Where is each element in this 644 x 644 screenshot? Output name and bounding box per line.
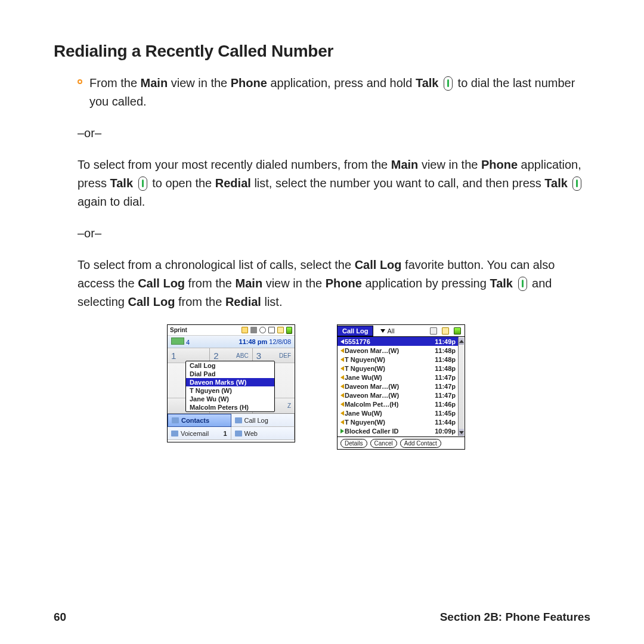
favorite-button[interactable]: Web xyxy=(231,427,295,440)
redial-item[interactable]: Dial Pad xyxy=(186,370,274,378)
call-direction-icon xyxy=(340,402,344,407)
bold: Call Log xyxy=(138,277,185,290)
call-log-row[interactable]: T Nguyen(W)11:44p xyxy=(338,417,459,426)
filter-label: All xyxy=(387,327,394,335)
text: application, press and hold xyxy=(267,76,416,89)
page-footer: 60 Section 2B: Phone Features xyxy=(54,611,590,624)
cancel-button[interactable]: Cancel xyxy=(370,439,397,448)
bold: Main xyxy=(141,76,168,89)
text: view in the xyxy=(168,76,231,89)
text: to open the xyxy=(152,177,215,190)
call-direction-icon xyxy=(340,393,344,398)
redial-item[interactable]: Jane Wu (W) xyxy=(186,395,274,403)
bold: Phone xyxy=(326,277,362,290)
call-log-row[interactable]: T Nguyen(W)11:48p xyxy=(338,364,459,373)
or-separator: –or– xyxy=(78,224,590,243)
filter-dropdown[interactable]: All xyxy=(380,327,394,335)
call-direction-icon xyxy=(340,429,344,434)
text: To select from your most recently dialed… xyxy=(78,158,391,171)
bold: Redial xyxy=(225,295,261,308)
call-direction-icon xyxy=(340,384,344,389)
page-number: 60 xyxy=(54,611,66,624)
paragraph-2: To select from your most recently dialed… xyxy=(78,156,590,211)
bold: Call Log xyxy=(128,295,175,308)
status-icon xyxy=(250,327,257,333)
paragraph-3: To select from a chronological list of c… xyxy=(78,256,590,311)
scroll-down-icon[interactable] xyxy=(459,429,464,436)
talk-key-icon xyxy=(518,277,527,291)
call-log-list: 555177611:49pDaveon Mar…(W)11:48pT Nguye… xyxy=(338,337,465,435)
sound-off-icon xyxy=(268,327,275,333)
bold: Main xyxy=(391,158,419,171)
note-icon xyxy=(442,327,449,335)
bold: Main xyxy=(236,277,263,290)
or-separator: –or– xyxy=(78,124,590,143)
talk-key-icon xyxy=(138,177,147,191)
favorite-button[interactable]: Call Log xyxy=(231,414,295,427)
scroll-up-icon[interactable] xyxy=(459,338,464,345)
bold: Phone xyxy=(231,76,267,89)
bold: Talk xyxy=(416,76,439,89)
favorite-button[interactable]: Contacts xyxy=(168,414,231,427)
redial-item[interactable]: Malcolm Peters (H) xyxy=(186,403,274,411)
text: from the xyxy=(175,295,225,308)
favorite-button[interactable]: Voicemail1 xyxy=(168,427,231,440)
clock-time: 11:48 pm xyxy=(239,338,268,345)
call-log-row[interactable]: Malcolm Pet…(H)11:46p xyxy=(338,400,459,408)
favorite-icon xyxy=(235,417,242,423)
redial-item[interactable]: Daveon Marks (W) xyxy=(186,378,274,386)
text: view in the xyxy=(418,158,481,171)
bold: Phone xyxy=(481,158,518,171)
note-icon xyxy=(277,327,284,333)
call-log-row[interactable]: Blocked Caller ID10:09p xyxy=(338,426,459,435)
text: To select from a chronological list of c… xyxy=(78,258,355,271)
call-log-header: Call Log All xyxy=(338,325,465,337)
section-heading: Redialing a Recently Called Number xyxy=(54,42,590,61)
bold: Talk xyxy=(544,177,568,190)
text: from the xyxy=(185,277,235,290)
call-direction-icon xyxy=(340,339,344,344)
call-direction-icon xyxy=(340,348,344,353)
battery-icon xyxy=(454,327,461,335)
envelope-icon xyxy=(242,327,248,333)
scrollbar[interactable] xyxy=(458,338,464,436)
text: From the xyxy=(89,76,141,89)
bold: Redial xyxy=(215,177,251,190)
phone-main-screenshot: Sprint 4 11:48 pm 12/8/08 12ABC3DEF Call… xyxy=(167,324,295,442)
call-log-row[interactable]: Daveon Mar…(W)11:47p xyxy=(338,382,459,391)
call-log-row[interactable]: Jane Wu(W)11:45p xyxy=(338,408,459,417)
call-log-row[interactable]: T Nguyen(W)11:48p xyxy=(338,355,459,364)
talk-key-icon xyxy=(572,177,581,191)
text: list. xyxy=(261,295,283,308)
favorite-icon xyxy=(172,417,179,423)
target-icon xyxy=(259,327,266,333)
call-log-buttons: DetailsCancelAdd Contact xyxy=(338,436,465,449)
call-direction-icon xyxy=(340,420,344,425)
call-log-row[interactable]: Daveon Mar…(W)11:48p xyxy=(338,346,459,355)
call-direction-icon xyxy=(340,357,344,362)
bold: Talk xyxy=(110,177,133,190)
call-log-row[interactable]: 555177611:49p xyxy=(338,337,459,346)
bold: Call Log xyxy=(355,258,402,271)
call-log-row[interactable]: Daveon Mar…(W)11:47p xyxy=(338,391,459,400)
para1-text: From the Main view in the Phone applicat… xyxy=(89,74,590,111)
call-direction-icon xyxy=(340,411,344,416)
bullet-paragraph-1: From the Main view in the Phone applicat… xyxy=(78,74,590,111)
add-contact-button[interactable]: Add Contact xyxy=(400,439,441,448)
sound-off-icon xyxy=(430,327,437,335)
details-button[interactable]: Details xyxy=(340,439,367,448)
text: again to dial. xyxy=(78,195,145,208)
text: list, select the number you want to call… xyxy=(251,177,544,190)
bold: Talk xyxy=(490,277,513,290)
redial-item[interactable]: T Nguyen (W) xyxy=(186,386,274,395)
signal-icon xyxy=(171,338,184,345)
call-log-row[interactable]: Jane Wu(W)11:47p xyxy=(338,373,459,382)
clock-date: 12/8/08 xyxy=(269,338,291,345)
section-label: Section 2B: Phone Features xyxy=(440,611,590,624)
redial-item[interactable]: Call Log xyxy=(186,361,274,370)
text: view in the xyxy=(262,277,326,290)
battery-icon xyxy=(286,327,292,334)
status-bar: Sprint xyxy=(168,325,295,336)
call-log-title: Call Log xyxy=(338,326,373,336)
carrier-label: Sprint xyxy=(170,327,187,333)
